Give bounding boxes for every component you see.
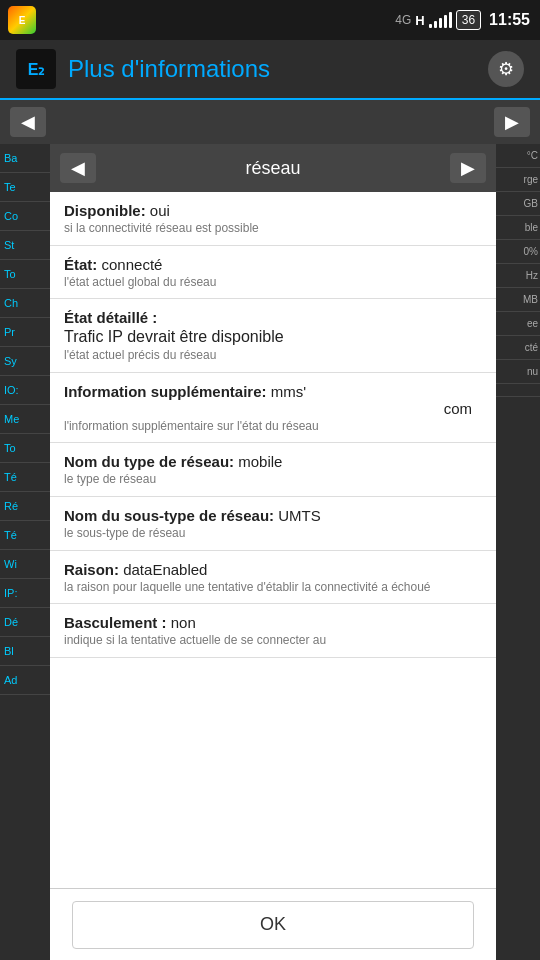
info-row: État détaillé : Trafic IP devrait être d… xyxy=(50,299,496,373)
section-prev-button[interactable]: ◀ xyxy=(60,153,96,183)
bg-right-item: Hz xyxy=(496,264,540,288)
info-row: Information supplémentaire: mms' coml'in… xyxy=(50,373,496,444)
info-row: Nom du type de réseau: mobile le type de… xyxy=(50,443,496,497)
signal-bars xyxy=(429,12,452,28)
info-row: Raison: dataEnabled la raison pour laque… xyxy=(50,551,496,605)
bg-sidebar-item: Me xyxy=(0,405,50,434)
bg-sidebar-item: Dé xyxy=(0,608,50,637)
signal-bar-1 xyxy=(429,24,432,28)
bg-right-item: 0% xyxy=(496,240,540,264)
info-label: Disponible: oui xyxy=(64,202,482,219)
info-row: Disponible: oui si la connectivité résea… xyxy=(50,192,496,246)
info-description: la raison pour laquelle une tentative d'… xyxy=(64,580,482,596)
section-next-button[interactable]: ▶ xyxy=(450,153,486,183)
network-type-label: 4G xyxy=(395,13,411,27)
bg-sidebar-item: Bl xyxy=(0,637,50,666)
info-description: le type de réseau xyxy=(64,472,482,488)
bg-sidebar-item: Ba xyxy=(0,144,50,173)
section-header: ◀ réseau ▶ xyxy=(50,144,496,192)
app-icon: E₂ xyxy=(16,49,56,89)
signal-bar-3 xyxy=(439,18,442,28)
bg-sidebar-item: To xyxy=(0,434,50,463)
bg-right-item: MB xyxy=(496,288,540,312)
settings-icon[interactable]: ⚙ xyxy=(488,51,524,87)
info-description: l'information supplémentaire sur l'état … xyxy=(64,419,482,435)
info-label: Nom du sous-type de réseau: UMTS xyxy=(64,507,482,524)
bg-sidebar-item: IO: xyxy=(0,376,50,405)
info-row: Nom du sous-type de réseau: UMTS le sous… xyxy=(50,497,496,551)
bg-right-item: ble xyxy=(496,216,540,240)
extra-value: com xyxy=(64,400,482,417)
info-description: si la connectivité réseau est possible xyxy=(64,221,482,237)
signal-bar-4 xyxy=(444,15,447,28)
time-label: 11:55 xyxy=(489,11,530,29)
info-scroll: Disponible: oui si la connectivité résea… xyxy=(50,192,496,888)
bg-sidebar-item: Ch xyxy=(0,289,50,318)
bg-sidebar-item: Pr xyxy=(0,318,50,347)
info-row: État: connecté l'état actuel global du r… xyxy=(50,246,496,300)
info-description: indique si la tentative actuelle de se c… xyxy=(64,633,482,649)
info-label: État: connecté xyxy=(64,256,482,273)
signal-label: H xyxy=(415,13,424,28)
bg-sidebar-item: To xyxy=(0,260,50,289)
bg-right-item: nu xyxy=(496,360,540,384)
bg-right-panel: °CrgeGBble0%HzMBeecténu xyxy=(496,144,540,960)
nav-next-button[interactable]: ▶ xyxy=(494,107,530,137)
bg-sidebar-item: Wi xyxy=(0,550,50,579)
bg-right-item: °C xyxy=(496,144,540,168)
info-label: Raison: dataEnabled xyxy=(64,561,482,578)
title-bar: E₂ Plus d'informations ⚙ xyxy=(0,40,540,100)
info-description: le sous-type de réseau xyxy=(64,526,482,542)
bg-right-item xyxy=(496,384,540,397)
bg-sidebar-item: Te xyxy=(0,173,50,202)
bg-sidebar-item: Ré xyxy=(0,492,50,521)
info-description: l'état actuel précis du réseau xyxy=(64,348,482,364)
page-title: Plus d'informations xyxy=(68,55,488,83)
info-label: Basculement : non xyxy=(64,614,482,631)
bg-sidebar-item: St xyxy=(0,231,50,260)
bg-sidebar-item: IP: xyxy=(0,579,50,608)
info-row: Basculement : non indique si la tentativ… xyxy=(50,604,496,658)
bg-sidebar: BaTeCoStToChPrSyIO:MeToTéRéTéWiIP:DéBlAd xyxy=(0,144,50,960)
status-icons: 4G H 36 11:55 xyxy=(395,10,530,30)
info-dialog: Disponible: oui si la connectivité résea… xyxy=(50,192,496,960)
bg-right-item: GB xyxy=(496,192,540,216)
info-label: Information supplémentaire: mms' xyxy=(64,383,482,400)
battery-badge: 36 xyxy=(456,10,481,30)
app-logo: E xyxy=(8,6,36,34)
bg-sidebar-item: Té xyxy=(0,463,50,492)
signal-bar-5 xyxy=(449,12,452,28)
status-bar: E 4G H 36 11:55 xyxy=(0,0,540,40)
info-label: État détaillé : xyxy=(64,309,482,326)
detail-value: Trafic IP devrait être disponible xyxy=(64,328,482,346)
bg-sidebar-item: Sy xyxy=(0,347,50,376)
info-description: l'état actuel global du réseau xyxy=(64,275,482,291)
ok-button[interactable]: OK xyxy=(72,901,473,949)
ok-bar: OK xyxy=(50,888,496,960)
info-label: Nom du type de réseau: mobile xyxy=(64,453,482,470)
nav-prev-button[interactable]: ◀ xyxy=(10,107,46,137)
nav-bar: ◀ ▶ xyxy=(0,100,540,144)
bg-sidebar-item: Co xyxy=(0,202,50,231)
signal-bar-2 xyxy=(434,21,437,28)
section-title: réseau xyxy=(96,158,450,179)
bg-sidebar-item: Té xyxy=(0,521,50,550)
bg-sidebar-item: Ad xyxy=(0,666,50,695)
bg-right-item: rge xyxy=(496,168,540,192)
bg-right-item: ee xyxy=(496,312,540,336)
bg-right-item: cté xyxy=(496,336,540,360)
